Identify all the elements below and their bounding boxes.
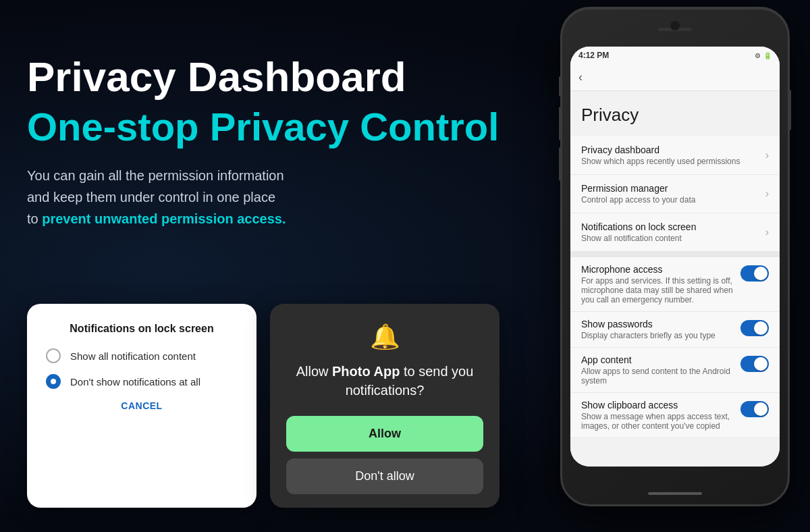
radio-show-all-label: Show all notification content bbox=[70, 350, 196, 362]
desc-line2: and keep them under control in one place bbox=[27, 190, 275, 205]
desc-line1: You can gain all the permission informat… bbox=[27, 168, 284, 183]
radio-dont-show-label: Don't show notifications at all bbox=[70, 376, 200, 388]
permission-manager-title: Permission manager bbox=[581, 183, 765, 194]
phone-time: 4:12 PM bbox=[578, 51, 609, 60]
section-divider-1 bbox=[570, 252, 780, 257]
hero-subtitle: One-stop Privacy Control bbox=[27, 105, 500, 149]
clipboard-access-toggle[interactable] bbox=[740, 401, 769, 417]
radio-dont-show-circle[interactable] bbox=[46, 374, 61, 389]
phone-bottom-bar bbox=[648, 492, 702, 495]
phone-vol-up-button bbox=[559, 76, 562, 97]
privacy-screen-content: Privacy Privacy dashboard Show which app… bbox=[570, 91, 780, 467]
cancel-button[interactable]: CANCEL bbox=[121, 400, 162, 411]
microphone-access-title: Microphone access bbox=[581, 264, 740, 275]
permission-dialog-card: 🔔 Allow Photo App to send you notificati… bbox=[270, 304, 500, 508]
cards-section: Notifications on lock screen Show all no… bbox=[27, 304, 540, 508]
phone-status-icons: ⚙ 🔋 bbox=[755, 52, 772, 59]
chevron-icon-1: › bbox=[765, 149, 769, 161]
hero-title: Privacy Dashboard bbox=[27, 54, 500, 100]
app-content-text: App content Allow apps to send content t… bbox=[581, 354, 740, 385]
clipboard-access-item: Show clipboard access Show a message whe… bbox=[570, 393, 780, 438]
card-cancel-area: CANCEL bbox=[46, 400, 238, 412]
privacy-dashboard-subtitle: Show which apps recently used permission… bbox=[581, 157, 765, 166]
show-passwords-text: Show passwords Display characters briefl… bbox=[581, 319, 740, 340]
radio-item-dont-show[interactable]: Don't show notifications at all bbox=[46, 374, 238, 389]
phone-custom-button bbox=[559, 147, 562, 181]
settings-icon: ⚙ bbox=[755, 52, 761, 59]
privacy-dashboard-title: Privacy dashboard bbox=[581, 144, 765, 155]
chevron-icon-3: › bbox=[765, 226, 769, 238]
show-passwords-subtitle: Display characters briefly as you type bbox=[581, 331, 740, 340]
clipboard-access-subtitle: Show a message when apps access text, im… bbox=[581, 412, 740, 431]
microphone-access-text: Microphone access For apps and services.… bbox=[581, 264, 740, 304]
notifications-lock-text: Notifications on lock screen Show all no… bbox=[581, 221, 765, 243]
phone-outer-shell: 4:12 PM ⚙ 🔋 ‹ Privacy Privacy dashboard … bbox=[560, 7, 790, 506]
permission-manager-item[interactable]: Permission manager Control app access to… bbox=[570, 175, 780, 213]
notifications-lock-title: Notifications on lock screen bbox=[581, 221, 765, 232]
allow-button[interactable]: Allow bbox=[286, 416, 483, 452]
show-passwords-title: Show passwords bbox=[581, 319, 740, 329]
microphone-toggle[interactable] bbox=[740, 265, 769, 282]
privacy-dashboard-text: Privacy dashboard Show which apps recent… bbox=[581, 144, 765, 166]
notifications-lock-subtitle: Show all notification content bbox=[581, 234, 765, 243]
app-content-subtitle: Allow apps to send content to the Androi… bbox=[581, 367, 740, 385]
phone-camera bbox=[670, 21, 680, 30]
permission-manager-subtitle: Control app access to your data bbox=[581, 195, 765, 205]
dialog-message: Allow Photo App to send you notification… bbox=[286, 362, 483, 400]
app-content-item: App content Allow apps to send content t… bbox=[570, 348, 780, 393]
back-button[interactable]: ‹ bbox=[578, 70, 583, 84]
dont-allow-button[interactable]: Don't allow bbox=[286, 458, 483, 494]
desc-line3-highlight: prevent unwanted permission access. bbox=[42, 211, 286, 226]
privacy-screen-title: Privacy bbox=[570, 91, 780, 136]
permission-manager-text: Permission manager Control app access to… bbox=[581, 183, 765, 205]
phone-status-bar: 4:12 PM ⚙ 🔋 bbox=[570, 47, 780, 64]
radio-item-show-all[interactable]: Show all notification content bbox=[46, 348, 238, 363]
lock-screen-card-title: Notifications on lock screen bbox=[46, 323, 238, 335]
desc-line3-pre: to bbox=[27, 211, 42, 226]
bell-icon: 🔔 bbox=[286, 323, 483, 351]
notifications-lock-item[interactable]: Notifications on lock screen Show all no… bbox=[570, 213, 780, 252]
clipboard-access-text: Show clipboard access Show a message whe… bbox=[581, 400, 740, 431]
phone-nav-bar: ‹ bbox=[570, 64, 780, 91]
dialog-app-name: Photo App bbox=[332, 364, 400, 379]
chevron-icon-2: › bbox=[765, 188, 769, 200]
clipboard-access-title: Show clipboard access bbox=[581, 400, 740, 410]
privacy-dashboard-item[interactable]: Privacy dashboard Show which apps recent… bbox=[570, 136, 780, 175]
dialog-pre: Allow bbox=[296, 364, 332, 379]
hero-description: You can gain all the permission informat… bbox=[27, 165, 446, 230]
hero-section: Privacy Dashboard One-stop Privacy Contr… bbox=[27, 54, 500, 230]
phone-vol-down-button bbox=[559, 107, 562, 140]
app-content-title: App content bbox=[581, 354, 740, 365]
app-content-toggle[interactable] bbox=[740, 356, 769, 372]
phone-power-button bbox=[788, 90, 791, 130]
show-passwords-toggle[interactable] bbox=[740, 320, 769, 336]
radio-show-all-circle[interactable] bbox=[46, 348, 61, 363]
battery-icon: 🔋 bbox=[763, 52, 772, 59]
show-passwords-item: Show passwords Display characters briefl… bbox=[570, 312, 780, 348]
phone-mockup: 4:12 PM ⚙ 🔋 ‹ Privacy Privacy dashboard … bbox=[554, 7, 796, 527]
phone-screen: 4:12 PM ⚙ 🔋 ‹ Privacy Privacy dashboard … bbox=[570, 47, 780, 467]
lock-screen-card: Notifications on lock screen Show all no… bbox=[27, 304, 256, 508]
microphone-access-item: Microphone access For apps and services.… bbox=[570, 257, 780, 312]
microphone-access-subtitle: For apps and services. If this setting i… bbox=[581, 276, 740, 304]
